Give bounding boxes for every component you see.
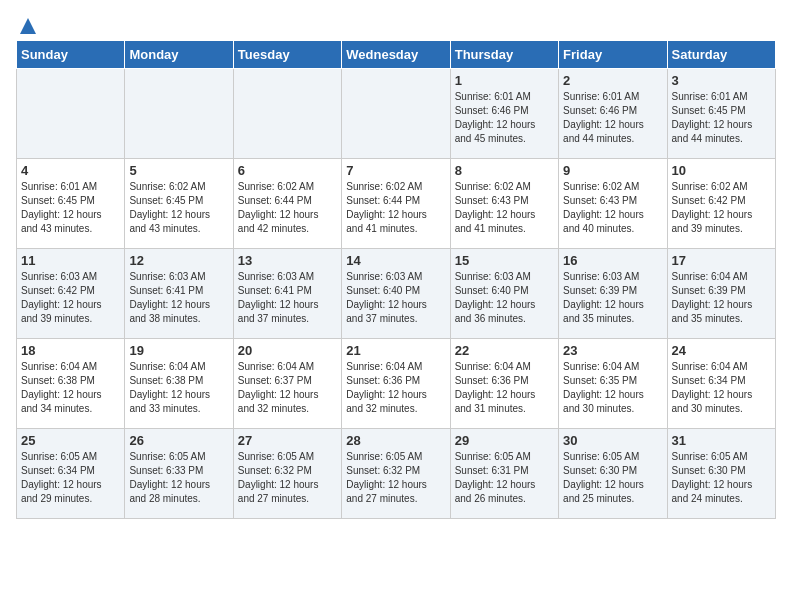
calendar-table: SundayMondayTuesdayWednesdayThursdayFrid… bbox=[16, 40, 776, 519]
day-number: 23 bbox=[563, 343, 662, 358]
svg-marker-0 bbox=[20, 18, 36, 34]
logo-icon bbox=[18, 16, 38, 36]
day-info: Sunrise: 6:01 AM Sunset: 6:45 PM Dayligh… bbox=[21, 180, 120, 236]
calendar-day-cell: 28Sunrise: 6:05 AM Sunset: 6:32 PM Dayli… bbox=[342, 429, 450, 519]
calendar-day-cell: 17Sunrise: 6:04 AM Sunset: 6:39 PM Dayli… bbox=[667, 249, 775, 339]
calendar-week-row: 1Sunrise: 6:01 AM Sunset: 6:46 PM Daylig… bbox=[17, 69, 776, 159]
day-number: 20 bbox=[238, 343, 337, 358]
day-number: 22 bbox=[455, 343, 554, 358]
day-info: Sunrise: 6:04 AM Sunset: 6:35 PM Dayligh… bbox=[563, 360, 662, 416]
calendar-day-cell: 8Sunrise: 6:02 AM Sunset: 6:43 PM Daylig… bbox=[450, 159, 558, 249]
calendar-day-cell: 16Sunrise: 6:03 AM Sunset: 6:39 PM Dayli… bbox=[559, 249, 667, 339]
day-number: 31 bbox=[672, 433, 771, 448]
weekday-header-row: SundayMondayTuesdayWednesdayThursdayFrid… bbox=[17, 41, 776, 69]
calendar-day-cell: 10Sunrise: 6:02 AM Sunset: 6:42 PM Dayli… bbox=[667, 159, 775, 249]
calendar-day-cell: 27Sunrise: 6:05 AM Sunset: 6:32 PM Dayli… bbox=[233, 429, 341, 519]
calendar-day-cell: 31Sunrise: 6:05 AM Sunset: 6:30 PM Dayli… bbox=[667, 429, 775, 519]
day-info: Sunrise: 6:02 AM Sunset: 6:45 PM Dayligh… bbox=[129, 180, 228, 236]
calendar-day-cell: 12Sunrise: 6:03 AM Sunset: 6:41 PM Dayli… bbox=[125, 249, 233, 339]
calendar-day-cell: 15Sunrise: 6:03 AM Sunset: 6:40 PM Dayli… bbox=[450, 249, 558, 339]
day-number: 26 bbox=[129, 433, 228, 448]
day-number: 6 bbox=[238, 163, 337, 178]
day-info: Sunrise: 6:02 AM Sunset: 6:42 PM Dayligh… bbox=[672, 180, 771, 236]
calendar-day-cell: 1Sunrise: 6:01 AM Sunset: 6:46 PM Daylig… bbox=[450, 69, 558, 159]
day-number: 8 bbox=[455, 163, 554, 178]
day-number: 30 bbox=[563, 433, 662, 448]
day-info: Sunrise: 6:03 AM Sunset: 6:39 PM Dayligh… bbox=[563, 270, 662, 326]
day-info: Sunrise: 6:05 AM Sunset: 6:33 PM Dayligh… bbox=[129, 450, 228, 506]
day-number: 19 bbox=[129, 343, 228, 358]
day-number: 14 bbox=[346, 253, 445, 268]
day-info: Sunrise: 6:03 AM Sunset: 6:41 PM Dayligh… bbox=[129, 270, 228, 326]
day-info: Sunrise: 6:02 AM Sunset: 6:43 PM Dayligh… bbox=[455, 180, 554, 236]
calendar-day-cell: 18Sunrise: 6:04 AM Sunset: 6:38 PM Dayli… bbox=[17, 339, 125, 429]
day-number: 12 bbox=[129, 253, 228, 268]
weekday-header-sunday: Sunday bbox=[17, 41, 125, 69]
day-info: Sunrise: 6:05 AM Sunset: 6:30 PM Dayligh… bbox=[563, 450, 662, 506]
day-number: 15 bbox=[455, 253, 554, 268]
day-info: Sunrise: 6:04 AM Sunset: 6:34 PM Dayligh… bbox=[672, 360, 771, 416]
day-number: 10 bbox=[672, 163, 771, 178]
day-info: Sunrise: 6:04 AM Sunset: 6:38 PM Dayligh… bbox=[21, 360, 120, 416]
calendar-day-cell: 2Sunrise: 6:01 AM Sunset: 6:46 PM Daylig… bbox=[559, 69, 667, 159]
day-number: 5 bbox=[129, 163, 228, 178]
day-info: Sunrise: 6:05 AM Sunset: 6:31 PM Dayligh… bbox=[455, 450, 554, 506]
day-number: 13 bbox=[238, 253, 337, 268]
day-number: 27 bbox=[238, 433, 337, 448]
day-info: Sunrise: 6:04 AM Sunset: 6:38 PM Dayligh… bbox=[129, 360, 228, 416]
empty-cell bbox=[233, 69, 341, 159]
day-number: 18 bbox=[21, 343, 120, 358]
day-info: Sunrise: 6:04 AM Sunset: 6:36 PM Dayligh… bbox=[346, 360, 445, 416]
weekday-header-friday: Friday bbox=[559, 41, 667, 69]
day-info: Sunrise: 6:01 AM Sunset: 6:46 PM Dayligh… bbox=[563, 90, 662, 146]
calendar-day-cell: 3Sunrise: 6:01 AM Sunset: 6:45 PM Daylig… bbox=[667, 69, 775, 159]
day-info: Sunrise: 6:01 AM Sunset: 6:46 PM Dayligh… bbox=[455, 90, 554, 146]
calendar-day-cell: 5Sunrise: 6:02 AM Sunset: 6:45 PM Daylig… bbox=[125, 159, 233, 249]
calendar-day-cell: 11Sunrise: 6:03 AM Sunset: 6:42 PM Dayli… bbox=[17, 249, 125, 339]
day-number: 4 bbox=[21, 163, 120, 178]
calendar-week-row: 18Sunrise: 6:04 AM Sunset: 6:38 PM Dayli… bbox=[17, 339, 776, 429]
day-number: 21 bbox=[346, 343, 445, 358]
calendar-day-cell: 19Sunrise: 6:04 AM Sunset: 6:38 PM Dayli… bbox=[125, 339, 233, 429]
calendar-week-row: 11Sunrise: 6:03 AM Sunset: 6:42 PM Dayli… bbox=[17, 249, 776, 339]
calendar-day-cell: 22Sunrise: 6:04 AM Sunset: 6:36 PM Dayli… bbox=[450, 339, 558, 429]
empty-cell bbox=[342, 69, 450, 159]
page-header bbox=[16, 16, 776, 32]
calendar-day-cell: 21Sunrise: 6:04 AM Sunset: 6:36 PM Dayli… bbox=[342, 339, 450, 429]
calendar-day-cell: 7Sunrise: 6:02 AM Sunset: 6:44 PM Daylig… bbox=[342, 159, 450, 249]
calendar-day-cell: 25Sunrise: 6:05 AM Sunset: 6:34 PM Dayli… bbox=[17, 429, 125, 519]
calendar-day-cell: 14Sunrise: 6:03 AM Sunset: 6:40 PM Dayli… bbox=[342, 249, 450, 339]
day-number: 9 bbox=[563, 163, 662, 178]
day-info: Sunrise: 6:03 AM Sunset: 6:40 PM Dayligh… bbox=[455, 270, 554, 326]
day-info: Sunrise: 6:02 AM Sunset: 6:44 PM Dayligh… bbox=[238, 180, 337, 236]
day-info: Sunrise: 6:02 AM Sunset: 6:44 PM Dayligh… bbox=[346, 180, 445, 236]
day-number: 17 bbox=[672, 253, 771, 268]
day-info: Sunrise: 6:04 AM Sunset: 6:39 PM Dayligh… bbox=[672, 270, 771, 326]
empty-cell bbox=[125, 69, 233, 159]
day-number: 24 bbox=[672, 343, 771, 358]
calendar-day-cell: 6Sunrise: 6:02 AM Sunset: 6:44 PM Daylig… bbox=[233, 159, 341, 249]
day-info: Sunrise: 6:04 AM Sunset: 6:36 PM Dayligh… bbox=[455, 360, 554, 416]
weekday-header-wednesday: Wednesday bbox=[342, 41, 450, 69]
day-number: 11 bbox=[21, 253, 120, 268]
weekday-header-tuesday: Tuesday bbox=[233, 41, 341, 69]
day-number: 28 bbox=[346, 433, 445, 448]
day-info: Sunrise: 6:05 AM Sunset: 6:34 PM Dayligh… bbox=[21, 450, 120, 506]
day-info: Sunrise: 6:05 AM Sunset: 6:32 PM Dayligh… bbox=[346, 450, 445, 506]
calendar-week-row: 4Sunrise: 6:01 AM Sunset: 6:45 PM Daylig… bbox=[17, 159, 776, 249]
day-number: 25 bbox=[21, 433, 120, 448]
calendar-day-cell: 26Sunrise: 6:05 AM Sunset: 6:33 PM Dayli… bbox=[125, 429, 233, 519]
calendar-day-cell: 9Sunrise: 6:02 AM Sunset: 6:43 PM Daylig… bbox=[559, 159, 667, 249]
calendar-day-cell: 13Sunrise: 6:03 AM Sunset: 6:41 PM Dayli… bbox=[233, 249, 341, 339]
day-info: Sunrise: 6:03 AM Sunset: 6:42 PM Dayligh… bbox=[21, 270, 120, 326]
calendar-week-row: 25Sunrise: 6:05 AM Sunset: 6:34 PM Dayli… bbox=[17, 429, 776, 519]
weekday-header-monday: Monday bbox=[125, 41, 233, 69]
day-info: Sunrise: 6:04 AM Sunset: 6:37 PM Dayligh… bbox=[238, 360, 337, 416]
day-info: Sunrise: 6:02 AM Sunset: 6:43 PM Dayligh… bbox=[563, 180, 662, 236]
calendar-day-cell: 24Sunrise: 6:04 AM Sunset: 6:34 PM Dayli… bbox=[667, 339, 775, 429]
logo bbox=[16, 16, 38, 32]
calendar-day-cell: 20Sunrise: 6:04 AM Sunset: 6:37 PM Dayli… bbox=[233, 339, 341, 429]
calendar-day-cell: 23Sunrise: 6:04 AM Sunset: 6:35 PM Dayli… bbox=[559, 339, 667, 429]
day-number: 7 bbox=[346, 163, 445, 178]
day-number: 1 bbox=[455, 73, 554, 88]
